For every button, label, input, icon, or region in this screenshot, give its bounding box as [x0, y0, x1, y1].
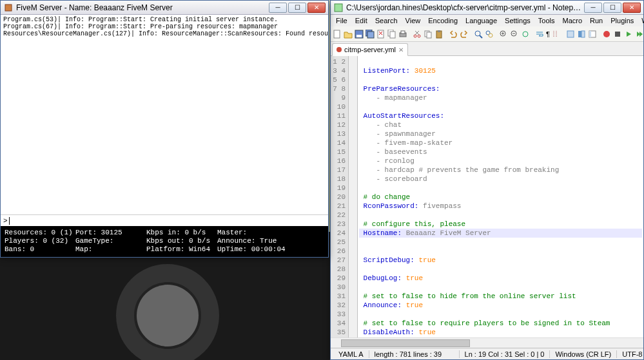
menu-language[interactable]: Language	[462, 16, 501, 25]
stat-map: Map:	[75, 245, 146, 254]
print-icon[interactable]	[398, 28, 408, 41]
function-list-icon[interactable]	[565, 28, 576, 41]
minimize-button[interactable]: ─	[584, 3, 602, 13]
svg-rect-35	[567, 31, 574, 37]
menu-file[interactable]: File	[332, 16, 351, 25]
status-encoding: UTF-8	[617, 350, 644, 358]
save-all-icon[interactable]	[365, 28, 375, 41]
svg-point-25	[489, 33, 493, 37]
notepadpp-window: C:\Users\jordan.hines\Desktop\cfx-server…	[330, 0, 644, 360]
close-button[interactable]: ✕	[307, 3, 326, 13]
new-file-icon[interactable]	[332, 28, 342, 41]
status-position: Ln : 19 Col : 31 Sel : 0 | 0	[460, 350, 551, 358]
stat-gametype: GameType:	[75, 237, 146, 245]
stat-platform: Platform: Win64	[146, 245, 217, 254]
menu-search[interactable]: Search	[371, 16, 402, 25]
svg-rect-6	[367, 32, 374, 38]
stat-resources: Resources: 0 (1)	[5, 229, 75, 237]
zoom-out-icon[interactable]	[509, 28, 520, 41]
menu-macro[interactable]: Macro	[558, 16, 586, 25]
save-icon[interactable]	[354, 28, 364, 41]
menu-window[interactable]: Window	[638, 16, 644, 25]
menu-encoding[interactable]: Encoding	[424, 16, 462, 25]
menubar: File Edit Search View Encoding Language …	[331, 15, 643, 26]
stat-master: Master:	[217, 229, 295, 237]
stat-bans: Bans: 0	[5, 245, 75, 254]
redo-icon[interactable]	[459, 28, 469, 41]
svg-rect-19	[427, 32, 431, 38]
status-lang: YAML A	[333, 350, 369, 358]
svg-point-22	[475, 31, 480, 36]
play-macro-icon[interactable]	[623, 28, 634, 41]
close-button[interactable]: ✕	[623, 3, 641, 13]
open-file-icon[interactable]	[343, 28, 353, 41]
stop-macro-icon[interactable]	[612, 28, 623, 41]
svg-line-23	[480, 35, 482, 38]
stat-players: Players: 0 (32)	[5, 237, 75, 245]
svg-rect-4	[356, 35, 362, 37]
svg-rect-36	[578, 31, 581, 37]
folder-panel-icon[interactable]	[576, 28, 587, 41]
undo-icon[interactable]	[448, 28, 458, 41]
fold-gutter[interactable]	[349, 56, 358, 337]
tab-bar: citmp-server.yml ✕	[331, 42, 643, 56]
menu-plugins[interactable]: Plugins	[607, 16, 638, 25]
fivem-title: FiveM Server - Name: Beaaanz FiveM Serve…	[16, 3, 269, 12]
toolbar: ¶	[331, 26, 643, 42]
svg-rect-0	[5, 5, 12, 11]
scrollbar-thumb[interactable]	[341, 339, 470, 347]
menu-run[interactable]: Run	[586, 16, 607, 25]
replace-icon[interactable]	[484, 28, 494, 41]
svg-rect-21	[438, 30, 440, 32]
zoom-in-icon[interactable]	[498, 28, 509, 41]
console-input[interactable]: >	[1, 214, 328, 226]
indent-guide-icon[interactable]	[551, 28, 561, 41]
unsaved-dot-icon	[337, 47, 342, 52]
close-all-icon[interactable]	[387, 28, 397, 41]
tab-citmp-server[interactable]: citmp-server.yml ✕	[332, 43, 408, 56]
sync-icon[interactable]	[520, 28, 531, 41]
status-length: length : 781 lines : 39	[369, 350, 460, 358]
find-icon[interactable]	[473, 28, 483, 41]
paste-icon[interactable]	[434, 28, 444, 41]
statusbar: YAML A length : 781 lines : 39 Ln : 19 C…	[331, 348, 643, 359]
svg-rect-37	[581, 31, 585, 37]
horizontal-scrollbar[interactable]	[331, 337, 643, 348]
menu-view[interactable]: View	[402, 16, 425, 25]
close-file-icon[interactable]	[376, 28, 386, 41]
doc-map-icon[interactable]	[587, 28, 598, 41]
npp-titlebar[interactable]: C:\Users\jordan.hines\Desktop\cfx-server…	[331, 1, 643, 15]
server-stats-panel: Resources: 0 (1) Port: 30125 Kbps in: 0 …	[1, 226, 328, 257]
show-all-chars-icon[interactable]: ¶	[545, 28, 551, 41]
maximize-button[interactable]: ☐	[288, 3, 306, 13]
svg-rect-39	[589, 31, 591, 37]
cut-icon[interactable]	[412, 28, 422, 41]
fivem-app-icon	[3, 3, 14, 13]
tab-label: citmp-server.yml	[344, 46, 396, 53]
status-eol: Windows (CR LF)	[550, 350, 617, 358]
menu-tools[interactable]: Tools	[534, 16, 559, 25]
menu-settings[interactable]: Settings	[501, 16, 534, 25]
tab-close-icon[interactable]: ✕	[398, 46, 404, 53]
svg-point-15	[418, 35, 420, 37]
stat-kbps-in: Kbps in: 0 b/s	[146, 229, 217, 237]
play-multi-icon[interactable]	[634, 28, 643, 41]
svg-rect-2	[334, 30, 340, 38]
stat-uptime: UpTime: 00:00:04	[217, 245, 295, 254]
editor-area[interactable]: ListenPort: 30125 PreParseResources: - m…	[358, 56, 643, 337]
record-macro-icon[interactable]	[601, 28, 612, 41]
menu-edit[interactable]: Edit	[351, 16, 371, 25]
npp-app-icon	[333, 3, 344, 13]
copy-icon[interactable]	[423, 28, 433, 41]
minimize-button[interactable]: ─	[269, 3, 287, 13]
svg-rect-13	[401, 31, 405, 33]
svg-rect-41	[615, 32, 620, 37]
fivem-titlebar[interactable]: FiveM Server - Name: Beaaanz FiveM Serve…	[1, 1, 328, 15]
stat-kbps-out: Kbps out: 0 b/s	[146, 237, 217, 245]
console-log-area: Program.cs(53)| Info: Program::Start: Cr…	[1, 15, 328, 214]
stat-port: Port: 30125	[75, 229, 146, 237]
wordwrap-icon[interactable]	[534, 28, 545, 41]
maximize-button[interactable]: ☐	[603, 3, 621, 13]
fivem-server-window: FiveM Server - Name: Beaaanz FiveM Serve…	[0, 0, 329, 258]
line-number-gutter: 1 2 3 4 5 6 7 8 9 10 11 12 13 14 15 16 1…	[331, 56, 349, 337]
